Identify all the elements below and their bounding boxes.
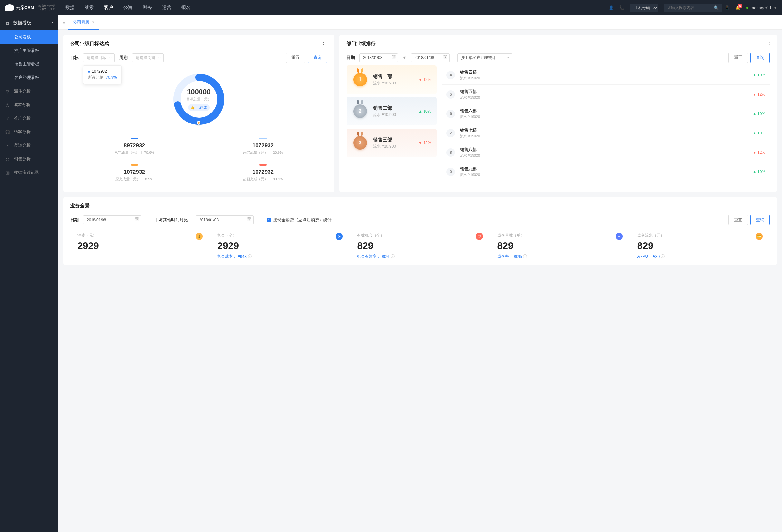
notification-icon[interactable]: 🔔5 [735, 5, 740, 10]
sidebar-category[interactable]: ☑推广分析 [0, 112, 58, 125]
sidebar-category[interactable]: ⚯渠道分析 [0, 139, 58, 152]
target-select[interactable]: 请选择目标 [83, 53, 115, 62]
user-menu[interactable]: manager11 ▼ [746, 5, 777, 10]
date-label: 日期 [347, 55, 355, 61]
main-nav: 数据线索客户公海财务运营报名 [65, 5, 190, 11]
category-icon: ☑ [5, 116, 10, 121]
nav-item[interactable]: 运营 [162, 5, 171, 11]
nav-item[interactable]: 线索 [85, 5, 94, 11]
category-icon: ▽ [5, 89, 10, 94]
category-icon: ◎ [5, 157, 10, 162]
stat-exceed: 1072932超额完成（元）89.9% [199, 159, 327, 186]
sidebar-item[interactable]: 推广主管看板 [0, 44, 58, 58]
date-from-input[interactable] [359, 53, 398, 62]
goal-title: 公司业绩目标达成 [70, 41, 109, 47]
chevron-down-icon: ▼ [774, 6, 777, 10]
rank-medal-row: 3销售三部流水 ¥10,900▼ 12% [347, 129, 437, 157]
nav-item[interactable]: 数据 [65, 5, 74, 11]
logo[interactable]: 云朵CRM 教育机构一站式服务云平台 [5, 4, 56, 11]
dashboard-icon: ▦ [5, 21, 10, 26]
date-input-1[interactable] [83, 215, 141, 224]
query-button[interactable]: 查询 [750, 52, 770, 63]
date-input-2[interactable] [196, 215, 254, 224]
sidebar-item[interactable]: 销售主管看板 [0, 58, 58, 71]
sidebar-header[interactable]: ▦数据看板 ˄ [0, 15, 58, 30]
nav-item[interactable]: 客户 [104, 5, 113, 11]
expand-icon[interactable]: ⛶ [323, 41, 327, 46]
phone-icon[interactable]: 📞 [619, 5, 624, 10]
metric-icon: 💰 [196, 233, 203, 240]
nav-item[interactable]: 公海 [123, 5, 133, 11]
change-badge: ▼ 12% [418, 141, 431, 145]
change-badge: ▼ 12% [418, 77, 431, 82]
metric-icon: ➤ [335, 233, 343, 240]
menu-icon[interactable]: ≡ [63, 20, 65, 25]
rank-list: 4销售四部流水 ¥19020▲ 10%5销售五部流水 ¥19020▼ 12%6销… [442, 66, 770, 181]
user-icon[interactable]: 👤 [609, 5, 613, 10]
query-button[interactable]: 查询 [750, 215, 770, 225]
stat-incomplete: 1072932未完成量（元）20.9% [199, 133, 327, 159]
nav-item[interactable]: 财务 [143, 5, 152, 11]
expand-icon[interactable]: ⛶ [766, 41, 770, 46]
sidebar-category[interactable]: 🎧访客分析 [0, 125, 58, 139]
change-badge: ▲ 10% [753, 73, 765, 77]
metric: ➤机会（个）2929机会成本：¥948ⓘ [210, 233, 350, 259]
reset-button[interactable]: 重置 [728, 215, 748, 225]
close-icon[interactable]: × [92, 20, 95, 25]
medal-icon: 3 [352, 135, 368, 150]
chart-tooltip: 1072932 所占比例:70.9% [83, 66, 121, 84]
change-badge: ▲ 10% [418, 109, 431, 113]
help-icon[interactable]: ⓘ [248, 254, 252, 259]
help-icon[interactable]: ⓘ [391, 254, 395, 259]
help-icon[interactable]: ⓘ [661, 254, 665, 259]
nav-item[interactable]: 报名 [181, 5, 190, 11]
sidebar-category[interactable]: ▽漏斗分析 [0, 84, 58, 98]
medal-icon: 1 [352, 72, 368, 87]
help-icon[interactable]: ⓘ [523, 254, 527, 259]
stat-completed: 8972932已完成量（元）70.9% [70, 133, 199, 159]
sidebar-category[interactable]: ◷成本分析 [0, 98, 58, 112]
logo-subtitle: 教育机构一站式服务云平台 [36, 4, 56, 11]
search-icon[interactable]: 🔍 [714, 5, 719, 10]
search-type-select[interactable]: 手机号码 [630, 4, 658, 12]
rank-list-item: 4销售四部流水 ¥19020▲ 10% [442, 66, 770, 85]
top-bar: 云朵CRM 教育机构一站式服务云平台 数据线索客户公海财务运营报名 👤 📞 手机… [0, 0, 782, 15]
metric: 🛡有效机会（个）829机会有效率：80%ⓘ [350, 233, 490, 259]
metric-icon: ≡ [616, 233, 623, 240]
stat-expected: 1072932应完成量（元）8.9% [70, 159, 199, 186]
rank-list-item: 6销售六部流水 ¥19020▲ 10% [442, 104, 770, 123]
metric: 💰消费（元）2929 [70, 233, 210, 259]
mobile-icon[interactable]: 📱 [724, 5, 730, 10]
change-badge: ▼ 12% [753, 150, 765, 155]
change-badge: ▲ 10% [753, 112, 765, 116]
tab-bar: ≡ 公司看板 × [58, 15, 782, 30]
stat-mode-select[interactable]: 按工单客户经理统计 [457, 53, 512, 62]
reset-button[interactable]: 重置 [286, 52, 305, 63]
sidebar-item[interactable]: 公司看板 [0, 30, 58, 44]
sidebar-item[interactable]: 客户经理看板 [0, 71, 58, 84]
tab-company-board[interactable]: 公司看板 × [68, 15, 99, 30]
rank-list-item: 7销售七部流水 ¥19020▲ 10% [442, 123, 770, 143]
category-icon: ▥ [5, 170, 10, 175]
query-button[interactable]: 查询 [308, 52, 327, 63]
period-select[interactable]: 请选择周期 [132, 53, 164, 62]
rank-card: 部门业绩排行 ⛶ 日期 至 按工单客户经理统计 重置 查询 [340, 35, 777, 192]
sidebar-category[interactable]: ▥数据流转记录 [0, 166, 58, 179]
search-input[interactable] [664, 4, 722, 12]
metric: 💳成交流水（元）829ARPU：¥80ⓘ [630, 233, 770, 259]
rank-list-item: 5销售五部流水 ¥19020▼ 12% [442, 85, 770, 104]
reset-button[interactable]: 重置 [728, 52, 748, 63]
rank-top3: 1销售一部流水 ¥10,900▼ 12%2销售二部流水 ¥10,900▲ 10%… [347, 66, 437, 181]
date-to-input[interactable] [411, 53, 450, 62]
main-content: ≡ 公司看板 × 公司业绩目标达成 ⛶ 目标 请选择目标 周期 [58, 15, 782, 532]
rank-medal-row: 1销售一部流水 ¥10,900▼ 12% [347, 66, 437, 94]
compare-checkbox[interactable] [152, 218, 157, 222]
logo-text: 云朵CRM [16, 5, 34, 11]
date-label: 日期 [70, 217, 79, 223]
cash-checkbox[interactable] [266, 218, 271, 222]
achieved-badge: 👍已达成 [188, 104, 210, 111]
sidebar-category[interactable]: ◎销售分析 [0, 152, 58, 166]
notification-badge: 5 [738, 4, 742, 8]
username: manager11 [750, 5, 772, 10]
donut-chart: 1072932 所占比例:70.9% 100000 目标总量（元） [70, 66, 327, 130]
